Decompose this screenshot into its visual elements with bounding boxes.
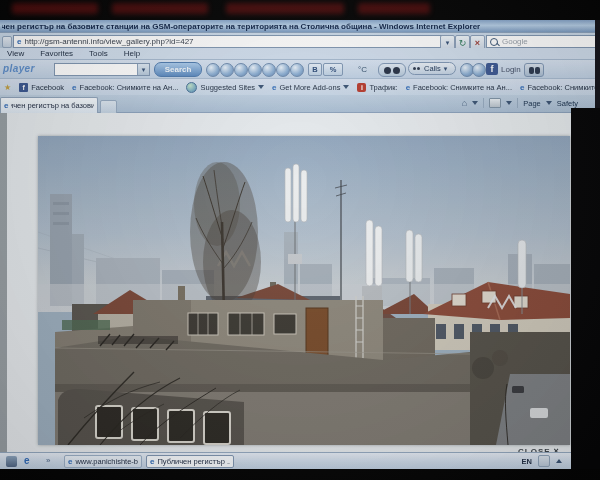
traffic-info-icon: i xyxy=(357,83,366,92)
window-title: Публичен регистър на базовите станции на… xyxy=(2,22,480,31)
tv-right-edge xyxy=(595,20,600,108)
calls-label: Calls xyxy=(424,64,441,73)
tab-label: Публичен регистър на базовите станции на… xyxy=(11,101,94,110)
chevron-down-icon xyxy=(506,101,512,105)
search-icon xyxy=(490,38,498,46)
menu-help[interactable]: Help xyxy=(124,49,140,58)
ie-favicon: e xyxy=(68,457,72,466)
chevron-up-icon[interactable] xyxy=(556,459,562,463)
toolbar-search-box[interactable]: ▾ xyxy=(54,63,150,76)
ellipsis-icon xyxy=(413,67,421,71)
calls-button[interactable]: Calls ▾ xyxy=(408,62,456,75)
favorite-label: Facebook: Снимките на Ан... xyxy=(80,83,179,92)
taskbar-button-label: Публичен регистър ... xyxy=(157,457,230,466)
page-content: CLOSE × xyxy=(0,113,600,452)
toolbar-service-icon-4[interactable] xyxy=(248,63,262,77)
tv-overlay-text xyxy=(12,3,98,14)
chevron-down-icon xyxy=(546,101,552,105)
chevron-down-icon: ▾ xyxy=(444,65,448,72)
url-text[interactable]: http://gsm-antenni.info/view_gallery.php… xyxy=(24,37,193,46)
favorite-suggested-sites[interactable]: Suggested Sites xyxy=(186,82,264,93)
toolbar-service-icon-2[interactable] xyxy=(220,63,234,77)
combo-dropdown-button[interactable]: ▾ xyxy=(137,64,149,75)
search-input[interactable]: Google xyxy=(486,35,600,48)
menu-favorites[interactable]: Favorites xyxy=(40,49,73,58)
ie-favicon: e xyxy=(4,101,8,110)
chevron-down-icon: ▾ xyxy=(142,66,146,73)
command-bar: ⌂ Page Safety xyxy=(462,98,578,108)
ie-favicon: e xyxy=(406,83,410,92)
print-icon[interactable] xyxy=(489,98,501,108)
rooftop-antennas-photo xyxy=(38,136,570,445)
toolbar-b-icon[interactable]: B xyxy=(308,63,322,76)
taskbar-button-label: www.panichishte-bg.co... xyxy=(75,457,138,466)
taskbar-button-panichishte[interactable]: e www.panichishte-bg.co... xyxy=(64,455,142,468)
favorite-label: Get More Add-ons xyxy=(280,83,341,92)
separator xyxy=(517,98,518,108)
tv-overlay-text xyxy=(226,3,344,14)
toolbar-brand: player xyxy=(3,63,35,74)
toolbar-search-button[interactable]: Search xyxy=(154,62,202,77)
ie-favicon: e xyxy=(520,83,524,92)
toolbar-service-icon-6[interactable] xyxy=(276,63,290,77)
window-titlebar: Публичен регистър на базовите станции на… xyxy=(0,20,600,32)
toolbar-percent-icon[interactable]: % xyxy=(323,63,343,76)
system-tray: EN xyxy=(522,455,562,467)
favorite-label: Facebook: Снимките на Ан... xyxy=(413,83,512,92)
facebook-icon[interactable]: f xyxy=(486,63,498,75)
tab-label-clip: Публичен регистър на базовите станции на… xyxy=(11,101,94,111)
menu-view[interactable]: View xyxy=(7,49,24,58)
menu-bar: View Favorites Tools Help xyxy=(0,48,600,59)
separator xyxy=(483,98,484,108)
toolbar-service-icon-1[interactable] xyxy=(206,63,220,77)
ie-quick-launch-icon[interactable]: e xyxy=(24,455,30,466)
binoculars-icon[interactable] xyxy=(378,63,406,77)
search-placeholder: Google xyxy=(502,37,528,46)
facebook-icon: f xyxy=(19,83,28,92)
toolbar-service-icon-3[interactable] xyxy=(234,63,248,77)
chevron-down-icon xyxy=(258,85,264,89)
quick-launch-chevron-icon[interactable]: » xyxy=(46,456,50,465)
favorites-star-icon[interactable]: ★ xyxy=(4,83,11,92)
chevron-down-icon xyxy=(343,85,349,89)
tab-active[interactable]: e Публичен регистър на базовите станции … xyxy=(0,97,98,113)
tv-overlay-text xyxy=(112,3,208,14)
favorite-facebook[interactable]: f Facebook xyxy=(19,83,64,92)
new-tab-button[interactable] xyxy=(100,100,117,114)
tab-bar: e Публичен регистър на базовите станции … xyxy=(0,95,600,113)
taskbar-button-register[interactable]: e Публичен регистър ... xyxy=(146,455,234,468)
favorites-bar: ★ f Facebook e Facebook: Снимките на Ан.… xyxy=(0,78,600,95)
address-input[interactable]: e http://gsm-antenni.info/view_gallery.p… xyxy=(13,35,445,48)
contacts-icon[interactable] xyxy=(524,63,544,77)
toolbar-round-button-2[interactable] xyxy=(472,63,486,77)
tv-bottom-band xyxy=(0,469,600,480)
addon-toolbar: player ▾ Search B % °C Calls ▾ f xyxy=(0,59,600,78)
favorite-label: Трафик: xyxy=(369,83,397,92)
login-label[interactable]: Login xyxy=(501,65,521,74)
safety-menu-button[interactable]: Safety xyxy=(557,99,578,108)
toolbar-service-icon-5[interactable] xyxy=(262,63,276,77)
ie-favicon: e xyxy=(272,83,276,92)
home-icon[interactable]: ⌂ xyxy=(462,99,467,108)
favorite-facebook-photos-3[interactable]: e Facebook: Снимките на Ан... xyxy=(520,83,600,92)
favorite-traffic[interactable]: i Трафик: xyxy=(357,83,397,92)
chevron-down-icon xyxy=(472,101,478,105)
page-menu-button[interactable]: Page xyxy=(523,99,541,108)
stop-icon: × xyxy=(475,38,480,48)
favorite-facebook-photos-2[interactable]: e Facebook: Снимките на Ан... xyxy=(406,83,512,92)
tray-icon[interactable] xyxy=(538,455,550,467)
refresh-icon: ↻ xyxy=(459,38,467,48)
quick-launch-icon[interactable] xyxy=(6,456,17,467)
favorite-get-more-addons[interactable]: e Get More Add-ons xyxy=(272,83,349,92)
favorite-facebook-photos-1[interactable]: e Facebook: Снимките на Ан... xyxy=(72,83,178,92)
ie-favicon: e xyxy=(150,457,154,466)
back-button[interactable] xyxy=(2,36,12,48)
gallery-photo[interactable] xyxy=(38,136,570,445)
toolbar-service-icon-7[interactable] xyxy=(290,63,304,77)
menu-tools[interactable]: Tools xyxy=(89,49,108,58)
chevron-down-icon: ▾ xyxy=(446,39,450,46)
globe-icon xyxy=(186,82,197,93)
language-indicator[interactable]: EN xyxy=(522,457,532,466)
titlebar-text-clip: Публичен регистър на базовите станции на… xyxy=(2,20,560,32)
taskbar: e » e www.panichishte-bg.co... e Публиче… xyxy=(0,452,600,469)
